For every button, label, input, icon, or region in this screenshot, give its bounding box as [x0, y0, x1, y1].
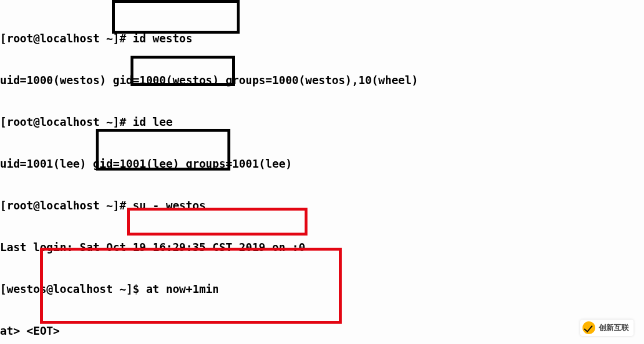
terminal-line: uid=1001(lee) gid=1001(lee) groups=1001(… — [0, 157, 418, 171]
watermark-check-icon — [583, 321, 595, 334]
terminal-line: uid=1000(westos) gid=1000(westos) groups… — [0, 73, 418, 87]
terminal-output: [root@localhost ~]# id westos uid=1000(w… — [0, 3, 418, 344]
terminal-line: [root@localhost ~]# su - westos — [0, 198, 418, 212]
terminal-line: [root@localhost ~]# id westos — [0, 31, 418, 45]
watermark: 创新互联 — [580, 320, 634, 336]
terminal-line: [root@localhost ~]# id lee — [0, 115, 418, 129]
terminal-line: [westos@localhost ~]$ at now+1min — [0, 282, 418, 296]
terminal-line: Last login: Sat Oct 19 16:29:35 CST 2019… — [0, 240, 418, 254]
terminal-line: at> <EOT> — [0, 324, 418, 338]
watermark-label: 创新互联 — [599, 321, 629, 335]
